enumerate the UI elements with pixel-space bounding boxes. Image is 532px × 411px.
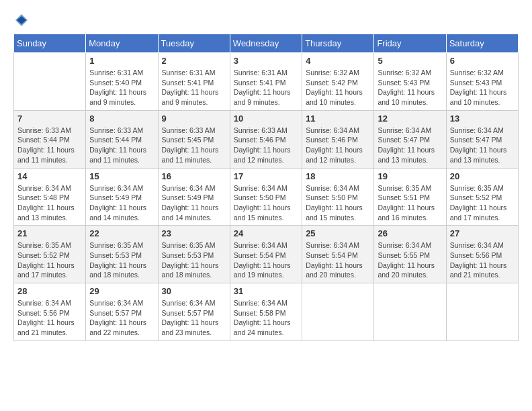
day-info: Sunrise: 6:34 AMSunset: 5:50 PMDaylight:… [306,183,370,223]
calendar-cell: 18Sunrise: 6:34 AMSunset: 5:50 PMDayligh… [302,168,374,226]
day-info: Sunrise: 6:34 AMSunset: 5:48 PMDaylight:… [17,183,82,223]
calendar-cell: 11Sunrise: 6:34 AMSunset: 5:46 PMDayligh… [302,110,374,168]
day-number: 22 [89,228,154,238]
day-number: 20 [450,171,515,181]
calendar-cell: 19Sunrise: 6:35 AMSunset: 5:51 PMDayligh… [374,168,446,226]
day-number: 26 [378,228,442,238]
day-number: 23 [162,228,226,238]
day-info: Sunrise: 6:32 AMSunset: 5:43 PMDaylight:… [450,68,515,107]
calendar-week-row: 21Sunrise: 6:35 AMSunset: 5:52 PMDayligh… [14,226,519,283]
calendar-week-row: 14Sunrise: 6:34 AMSunset: 5:48 PMDayligh… [14,168,519,226]
calendar-cell [14,53,86,111]
day-info: Sunrise: 6:34 AMSunset: 5:54 PMDaylight:… [234,240,298,280]
calendar-cell: 30Sunrise: 6:34 AMSunset: 5:57 PMDayligh… [158,283,230,341]
column-header-thursday: Thursday [302,34,374,53]
day-number: 16 [162,171,226,181]
calendar-cell: 6Sunrise: 6:32 AMSunset: 5:43 PMDaylight… [446,53,518,111]
day-info: Sunrise: 6:32 AMSunset: 5:42 PMDaylight:… [306,68,370,107]
day-number: 1 [89,56,154,66]
calendar-cell: 27Sunrise: 6:34 AMSunset: 5:56 PMDayligh… [446,226,518,283]
calendar-cell: 25Sunrise: 6:34 AMSunset: 5:54 PMDayligh… [302,226,374,283]
calendar-cell: 17Sunrise: 6:34 AMSunset: 5:50 PMDayligh… [230,168,302,226]
calendar-week-row: 28Sunrise: 6:34 AMSunset: 5:56 PMDayligh… [14,283,519,341]
day-info: Sunrise: 6:34 AMSunset: 5:47 PMDaylight:… [450,126,515,165]
day-info: Sunrise: 6:31 AMSunset: 5:41 PMDaylight:… [162,68,226,107]
column-header-sunday: Sunday [14,34,86,53]
day-info: Sunrise: 6:34 AMSunset: 5:57 PMDaylight:… [89,298,154,338]
day-number: 30 [162,286,226,296]
calendar-cell: 5Sunrise: 6:32 AMSunset: 5:43 PMDaylight… [374,53,446,111]
calendar-header-row: SundayMondayTuesdayWednesdayThursdayFrid… [14,34,519,53]
day-number: 27 [450,228,515,238]
day-number: 15 [89,171,154,181]
day-number: 8 [89,113,154,124]
calendar-week-row: 7Sunrise: 6:33 AMSunset: 5:44 PMDaylight… [14,110,519,168]
day-number: 31 [234,286,298,296]
day-info: Sunrise: 6:35 AMSunset: 5:53 PMDaylight:… [89,240,154,280]
calendar-cell: 23Sunrise: 6:35 AMSunset: 5:53 PMDayligh… [158,226,230,283]
day-info: Sunrise: 6:34 AMSunset: 5:46 PMDaylight:… [306,126,370,165]
calendar-cell: 4Sunrise: 6:32 AMSunset: 5:42 PMDaylight… [302,53,374,111]
calendar-cell: 9Sunrise: 6:33 AMSunset: 5:45 PMDaylight… [158,110,230,168]
calendar-cell: 16Sunrise: 6:34 AMSunset: 5:49 PMDayligh… [158,168,230,226]
day-info: Sunrise: 6:35 AMSunset: 5:53 PMDaylight:… [162,240,226,280]
day-number: 24 [234,228,298,238]
calendar-cell: 21Sunrise: 6:35 AMSunset: 5:52 PMDayligh… [14,226,86,283]
calendar-cell: 13Sunrise: 6:34 AMSunset: 5:47 PMDayligh… [446,110,518,168]
calendar-cell: 26Sunrise: 6:34 AMSunset: 5:55 PMDayligh… [374,226,446,283]
calendar-cell: 8Sunrise: 6:33 AMSunset: 5:44 PMDaylight… [86,110,158,168]
day-info: Sunrise: 6:34 AMSunset: 5:55 PMDaylight:… [378,240,442,280]
day-info: Sunrise: 6:31 AMSunset: 5:41 PMDaylight:… [234,68,298,107]
calendar-week-row: 1Sunrise: 6:31 AMSunset: 5:40 PMDaylight… [14,53,519,111]
calendar-cell: 12Sunrise: 6:34 AMSunset: 5:47 PMDayligh… [374,110,446,168]
calendar-cell: 2Sunrise: 6:31 AMSunset: 5:41 PMDaylight… [158,53,230,111]
day-info: Sunrise: 6:34 AMSunset: 5:56 PMDaylight:… [450,240,515,280]
column-header-friday: Friday [374,34,446,53]
day-info: Sunrise: 6:34 AMSunset: 5:54 PMDaylight:… [306,240,370,280]
day-number: 21 [17,228,82,238]
day-number: 7 [17,113,82,124]
calendar-cell: 24Sunrise: 6:34 AMSunset: 5:54 PMDayligh… [230,226,302,283]
day-info: Sunrise: 6:34 AMSunset: 5:49 PMDaylight:… [89,183,154,223]
day-info: Sunrise: 6:34 AMSunset: 5:49 PMDaylight:… [162,183,226,223]
calendar-cell: 3Sunrise: 6:31 AMSunset: 5:41 PMDaylight… [230,53,302,111]
calendar-cell: 22Sunrise: 6:35 AMSunset: 5:53 PMDayligh… [86,226,158,283]
day-number: 19 [378,171,442,181]
day-info: Sunrise: 6:34 AMSunset: 5:57 PMDaylight:… [162,298,226,338]
day-info: Sunrise: 6:35 AMSunset: 5:52 PMDaylight:… [450,183,515,223]
logo-icon [15,13,28,27]
day-info: Sunrise: 6:31 AMSunset: 5:40 PMDaylight:… [89,68,154,107]
day-info: Sunrise: 6:34 AMSunset: 5:58 PMDaylight:… [234,298,298,338]
day-info: Sunrise: 6:33 AMSunset: 5:46 PMDaylight:… [234,126,298,165]
day-number: 13 [450,113,515,124]
day-number: 10 [234,113,298,124]
day-info: Sunrise: 6:34 AMSunset: 5:56 PMDaylight:… [17,298,82,338]
day-number: 2 [162,56,226,66]
day-info: Sunrise: 6:33 AMSunset: 5:44 PMDaylight:… [17,126,82,165]
calendar-cell: 28Sunrise: 6:34 AMSunset: 5:56 PMDayligh… [14,283,86,341]
column-header-tuesday: Tuesday [158,34,230,53]
day-number: 29 [89,286,154,296]
calendar-cell: 7Sunrise: 6:33 AMSunset: 5:44 PMDaylight… [14,110,86,168]
calendar-cell: 29Sunrise: 6:34 AMSunset: 5:57 PMDayligh… [86,283,158,341]
day-number: 4 [306,56,370,66]
calendar-cell: 31Sunrise: 6:34 AMSunset: 5:58 PMDayligh… [230,283,302,341]
day-number: 3 [234,56,298,66]
calendar-cell [446,283,518,341]
day-number: 12 [378,113,442,124]
day-number: 17 [234,171,298,181]
page-header [13,13,519,27]
day-number: 9 [162,113,226,124]
calendar-cell: 10Sunrise: 6:33 AMSunset: 5:46 PMDayligh… [230,110,302,168]
day-info: Sunrise: 6:34 AMSunset: 5:50 PMDaylight:… [234,183,298,223]
column-header-monday: Monday [86,34,158,53]
day-number: 28 [17,286,82,296]
day-info: Sunrise: 6:35 AMSunset: 5:52 PMDaylight:… [17,240,82,280]
day-number: 25 [306,228,370,238]
logo [13,13,28,27]
day-info: Sunrise: 6:33 AMSunset: 5:44 PMDaylight:… [89,126,154,165]
calendar-cell [302,283,374,341]
day-number: 14 [17,171,82,181]
calendar-cell [374,283,446,341]
calendar-table: SundayMondayTuesdayWednesdayThursdayFrid… [13,34,519,341]
